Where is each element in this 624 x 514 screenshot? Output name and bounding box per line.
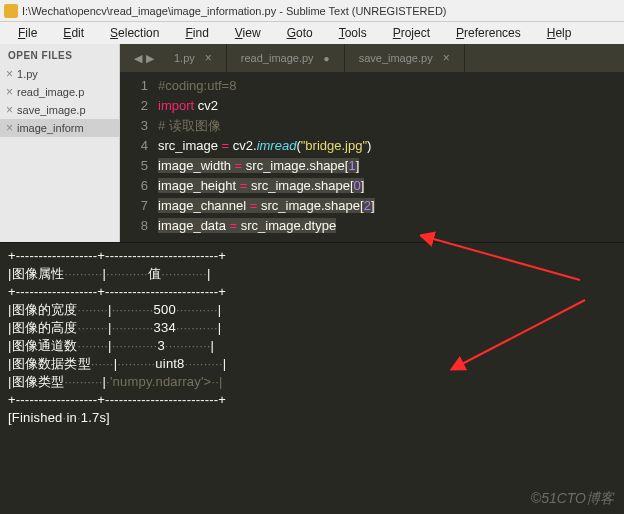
menu-help[interactable]: Help [535, 24, 584, 42]
app-icon [4, 4, 18, 18]
sidebar-item-read-image[interactable]: ×read_image.p [0, 83, 119, 101]
tab-1py[interactable]: 1.py× [160, 44, 227, 72]
close-icon[interactable]: × [6, 121, 13, 135]
menu-bar: File Edit Selection Find View Goto Tools… [0, 22, 624, 44]
tab-next-icon[interactable]: ▶ [146, 52, 154, 65]
sidebar-header: OPEN FILES [0, 44, 119, 65]
window-title: I:\Wechat\opencv\read_image\image_inform… [22, 5, 447, 17]
tab-nav: ◀ ▶ [128, 44, 160, 72]
menu-goto[interactable]: Goto [275, 24, 325, 42]
window-titlebar: I:\Wechat\opencv\read_image\image_inform… [0, 0, 624, 22]
menu-project[interactable]: Project [381, 24, 442, 42]
tab-read-image[interactable]: read_image.py● [227, 44, 345, 72]
tab-bar: ◀ ▶ 1.py× read_image.py● save_image.py× [120, 44, 624, 72]
close-icon[interactable]: × [6, 103, 13, 117]
main-area: OPEN FILES ×1.py ×read_image.p ×save_ima… [0, 44, 624, 242]
watermark: ©51CTO博客 [531, 490, 614, 508]
menu-selection[interactable]: Selection [98, 24, 171, 42]
editor-pane: ◀ ▶ 1.py× read_image.py● save_image.py× … [120, 44, 624, 242]
menu-find[interactable]: Find [173, 24, 220, 42]
tab-prev-icon[interactable]: ◀ [134, 52, 142, 65]
build-output[interactable]: +------------------+--------------------… [0, 242, 624, 490]
dirty-icon: ● [324, 53, 330, 64]
sidebar-item-save-image[interactable]: ×save_image.p [0, 101, 119, 119]
close-icon[interactable]: × [6, 67, 13, 81]
close-icon[interactable]: × [205, 51, 212, 65]
tab-save-image[interactable]: save_image.py× [345, 44, 465, 72]
code-lines[interactable]: #coding:utf=8import cv2# 读取图像src_image =… [158, 76, 624, 242]
menu-edit[interactable]: Edit [51, 24, 96, 42]
menu-view[interactable]: View [223, 24, 273, 42]
code-area[interactable]: 12345678 #coding:utf=8import cv2# 读取图像sr… [120, 72, 624, 242]
line-gutter: 12345678 [120, 76, 158, 242]
close-icon[interactable]: × [443, 51, 450, 65]
sidebar-item-1py[interactable]: ×1.py [0, 65, 119, 83]
menu-tools[interactable]: Tools [327, 24, 379, 42]
close-icon[interactable]: × [6, 85, 13, 99]
menu-preferences[interactable]: Preferences [444, 24, 533, 42]
sidebar: OPEN FILES ×1.py ×read_image.p ×save_ima… [0, 44, 120, 242]
menu-file[interactable]: File [6, 24, 49, 42]
sidebar-item-image-information[interactable]: ×image_inform [0, 119, 119, 137]
